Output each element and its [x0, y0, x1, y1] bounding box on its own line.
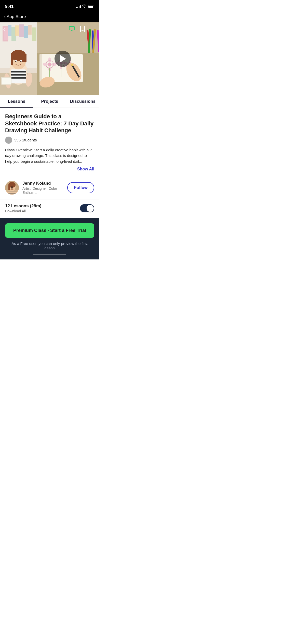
svg-rect-17 [11, 80, 26, 83]
back-label: App Store [7, 14, 26, 19]
lessons-title: 12 Lessons (29m) [5, 203, 42, 209]
download-all-label: Download All [5, 209, 42, 213]
more-options-button[interactable]: ··· [90, 26, 96, 33]
avatar-image [5, 181, 19, 195]
status-time: 9:41 [5, 4, 13, 9]
svg-rect-10 [32, 27, 36, 41]
instructor-title: Artist, Designer, Color Enthusi... [22, 186, 67, 195]
svg-rect-15 [11, 74, 26, 76]
show-all-button[interactable]: Show All [5, 167, 94, 171]
instructor-row: Jenny Koland Artist, Designer, Color Ent… [5, 176, 94, 199]
signal-icon [76, 5, 81, 8]
tabs: Lessons Projects Discussions [0, 95, 99, 108]
svg-rect-33 [39, 54, 42, 82]
students-count: 355 Students [14, 138, 37, 142]
follow-button[interactable]: Follow [67, 182, 94, 193]
svg-rect-9 [28, 25, 32, 35]
instructor-name: Jenny Koland [22, 181, 67, 186]
instructor-text: Jenny Koland Artist, Designer, Color Ent… [22, 181, 67, 195]
bookmark-button[interactable] [80, 25, 85, 34]
svg-rect-22 [11, 55, 13, 65]
svg-point-27 [20, 61, 22, 62]
tab-projects[interactable]: Projects [33, 95, 66, 108]
content-area: Beginners Guide to a Sketchbook Practice… [0, 108, 99, 213]
play-icon [60, 55, 66, 62]
download-toggle[interactable] [80, 204, 94, 212]
tab-lessons[interactable]: Lessons [0, 95, 33, 108]
hero-back-button[interactable]: ‹ [3, 25, 5, 33]
svg-rect-7 [19, 24, 24, 37]
svg-point-38 [43, 63, 48, 66]
nav-bar: ‹ App Store [0, 12, 99, 22]
svg-rect-71 [7, 192, 17, 192]
svg-rect-68 [8, 185, 10, 190]
svg-rect-14 [11, 71, 26, 72]
svg-rect-64 [69, 26, 74, 30]
svg-point-36 [48, 57, 51, 63]
play-button[interactable] [55, 51, 71, 67]
instructor-info: Jenny Koland Artist, Designer, Color Ent… [5, 181, 67, 195]
student-avatar [5, 137, 12, 144]
wifi-icon [82, 5, 86, 8]
cta-subtext: As a Free user, you can only preview the… [5, 241, 94, 250]
svg-point-26 [15, 61, 17, 62]
status-icons [76, 5, 94, 8]
airplay-button[interactable] [69, 26, 75, 33]
svg-rect-70 [5, 191, 19, 195]
svg-point-69 [11, 186, 13, 189]
svg-point-35 [48, 63, 51, 66]
lessons-info: 12 Lessons (29m) Download All [5, 203, 42, 213]
svg-rect-6 [15, 25, 19, 36]
cta-button[interactable]: Premium Class · Start a Free Trial [5, 223, 94, 238]
lessons-section: 12 Lessons (29m) Download All [5, 199, 94, 213]
bottom-cta: Premium Class · Start a Free Trial As a … [0, 218, 99, 259]
svg-rect-72 [7, 193, 17, 194]
svg-rect-29 [2, 78, 11, 84]
toggle-knob [87, 205, 94, 212]
tab-discussions[interactable]: Discussions [66, 95, 99, 108]
back-button[interactable]: ‹ App Store [4, 14, 26, 19]
students-row: 355 Students [5, 137, 94, 144]
svg-rect-16 [11, 77, 26, 79]
instructor-avatar[interactable] [5, 181, 19, 195]
hero-actions: ··· [69, 25, 96, 34]
battery-icon [88, 5, 94, 8]
status-bar: 9:41 [0, 0, 99, 12]
lessons-header: 12 Lessons (29m) Download All [5, 203, 94, 213]
avatar-svg [5, 181, 19, 195]
svg-rect-4 [8, 25, 11, 36]
svg-rect-8 [24, 26, 28, 38]
class-title: Beginners Guide to a Sketchbook Practice… [5, 113, 94, 134]
home-indicator [33, 254, 66, 255]
class-description: Class Overview: Start a daily creative h… [5, 147, 94, 165]
back-chevron-icon: ‹ [4, 14, 6, 19]
hero-area: ‹ ··· [0, 22, 99, 95]
